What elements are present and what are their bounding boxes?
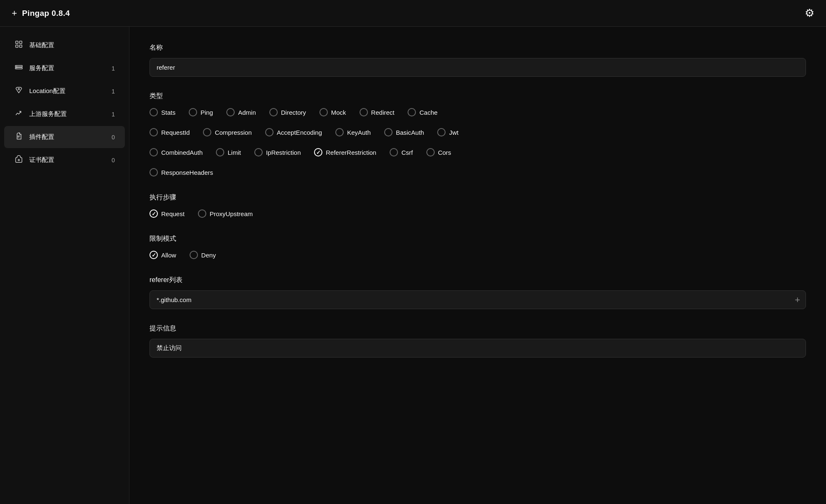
radio-checkmark-allow [149,251,158,259]
radio-cache[interactable]: Cache [408,106,437,118]
radio-limit[interactable]: Limit [216,146,241,158]
service-icon [14,63,23,73]
main-layout: 基础配置 服务配置 1 Location配置 [0,27,826,504]
mode-section: 限制模式 Allow Deny [149,234,806,261]
radio-deny[interactable]: Deny [190,249,216,261]
sidebar-badge-plugin: 0 [107,134,115,141]
sidebar-label-location: Location配置 [29,87,101,95]
hint-input[interactable] [149,339,806,358]
hint-label: 提示信息 [149,324,806,333]
logo-icon: + [12,9,17,18]
radio-circle-keyauth [335,128,344,136]
referer-input-wrapper: + [149,290,806,309]
sidebar-item-plugin[interactable]: 插件配置 0 [4,126,125,148]
step-label: 执行步骤 [149,193,806,202]
radio-circle-iprestriction [254,148,263,156]
sidebar-item-cert[interactable]: 证书配置 0 [4,149,125,171]
settings-icon[interactable]: ⚙ [805,7,814,20]
radio-circle-stats [149,108,158,116]
name-input[interactable] [149,58,806,77]
sidebar-label-upstream: 上游服务配置 [29,110,101,118]
referer-list-input[interactable] [149,290,806,309]
sidebar-label-cert: 证书配置 [29,156,101,164]
radio-circle-jwt [437,128,446,136]
radio-circle-cors [426,148,435,156]
sidebar-badge-upstream: 1 [107,111,115,118]
radio-circle-deny [190,251,198,259]
radio-label-responseheaders: ResponseHeaders [161,169,213,176]
sidebar-item-location[interactable]: Location配置 1 [4,80,125,102]
upstream-icon [14,109,23,119]
radio-label-combinedauth: CombinedAuth [161,149,203,156]
radio-jwt[interactable]: Jwt [437,126,459,138]
radio-label-iprestriction: IpRestriction [266,149,301,156]
radio-label-stats: Stats [161,109,175,116]
sidebar-badge-location: 1 [107,88,115,95]
radio-circle-responseheaders [149,168,158,176]
radio-directory[interactable]: Directory [269,106,306,118]
add-referer-button[interactable]: + [795,295,800,305]
radio-keyauth[interactable]: KeyAuth [335,126,371,138]
radio-circle-requestid [149,128,158,136]
radio-label-basicauth: BasicAuth [396,129,424,136]
radio-label-ping: Ping [200,109,213,116]
radio-circle-csrf [390,148,398,156]
header-left: + Pingap 0.8.4 [12,9,70,18]
radio-compression[interactable]: Compression [203,126,251,138]
radio-circle-redirect [360,108,368,116]
radio-checkmark-referrerrestriction [314,148,322,156]
type-radio-group: Stats Ping Admin Directory Mock [149,106,806,178]
radio-requestid[interactable]: RequestId [149,126,190,138]
radio-mock[interactable]: Mock [319,106,346,118]
sidebar-item-service[interactable]: 服务配置 1 [4,57,125,79]
radio-label-jwt: Jwt [449,129,459,136]
radio-label-compression: Compression [215,129,251,136]
mode-radio-group: Allow Deny [149,249,806,261]
radio-label-csrf: Csrf [401,149,413,156]
mode-label: 限制模式 [149,234,806,243]
radio-request[interactable]: Request [149,208,185,219]
radio-label-admin: Admin [238,109,256,116]
referer-list-label: referer列表 [149,276,806,285]
radio-label-acceptencoding: AcceptEncoding [277,129,322,136]
main-content: 名称 类型 Stats Ping Admin [129,27,826,504]
sidebar-item-basic[interactable]: 基础配置 [4,34,125,56]
radio-label-cors: Cors [438,149,451,156]
type-label: 类型 [149,92,806,101]
sidebar-label-basic: 基础配置 [29,41,101,49]
name-section: 名称 [149,43,806,77]
radio-ping[interactable]: Ping [189,106,213,118]
sidebar-badge-service: 1 [107,65,115,72]
radio-basicauth[interactable]: BasicAuth [384,126,424,138]
radio-acceptencoding[interactable]: AcceptEncoding [265,126,322,138]
radio-referrerrestriction[interactable]: RefererRestriction [314,146,376,158]
radio-label-requestid: RequestId [161,129,190,136]
name-label: 名称 [149,43,806,52]
radio-proxyupstream[interactable]: ProxyUpstream [198,208,253,219]
radio-stats[interactable]: Stats [149,106,175,118]
svg-point-6 [16,66,17,67]
radio-label-proxyupstream: ProxyUpstream [210,210,253,217]
referer-list-section: referer列表 + [149,276,806,309]
radio-iprestriction[interactable]: IpRestriction [254,146,301,158]
radio-label-deny: Deny [201,252,216,259]
radio-circle-combinedauth [149,148,158,156]
location-icon [14,86,23,96]
radio-responseheaders[interactable]: ResponseHeaders [149,166,213,178]
radio-csrf[interactable]: Csrf [390,146,413,158]
step-section: 执行步骤 Request ProxyUpstream [149,193,806,219]
cert-icon [14,155,23,165]
svg-rect-1 [20,41,22,44]
radio-cors[interactable]: Cors [426,146,451,158]
radio-circle-directory [269,108,278,116]
sidebar-item-upstream[interactable]: 上游服务配置 1 [4,103,125,125]
radio-label-referrerrestriction: RefererRestriction [326,149,376,156]
radio-redirect[interactable]: Redirect [360,106,395,118]
radio-label-request: Request [161,210,185,217]
radio-label-directory: Directory [281,109,306,116]
radio-label-redirect: Redirect [371,109,395,116]
plugin-icon [14,132,23,142]
radio-admin[interactable]: Admin [226,106,256,118]
radio-combinedauth[interactable]: CombinedAuth [149,146,203,158]
radio-allow[interactable]: Allow [149,249,176,261]
